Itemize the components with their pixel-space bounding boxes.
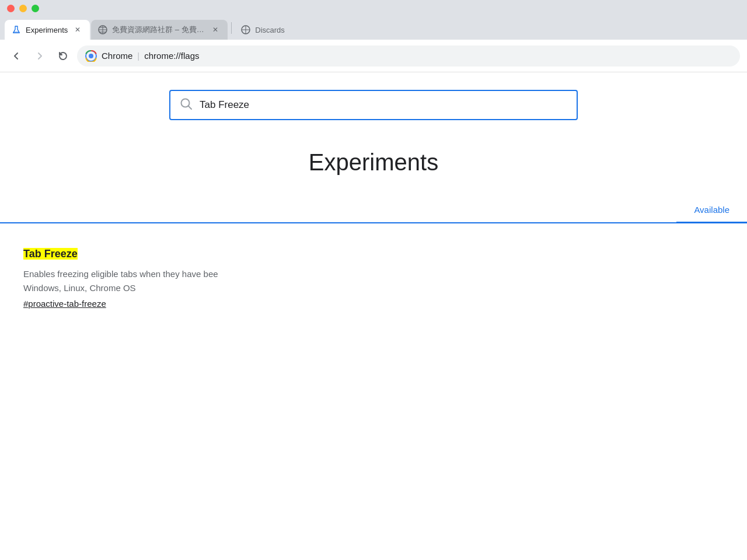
page-content: Experiments Available Tab Freeze Enables… — [0, 72, 747, 560]
tab-discards[interactable]: Discards — [235, 20, 291, 40]
search-box — [169, 90, 578, 120]
tab-chinese-label: 免費資源網路社群 – 免費資源指 — [112, 24, 205, 35]
tab-separator — [231, 22, 232, 34]
flag-description-text: Enables freezing eligible tabs when they… — [23, 269, 218, 279]
forward-button[interactable] — [30, 47, 49, 65]
omnibox-divider: | — [137, 51, 139, 61]
tab-chinese-close[interactable]: ✕ — [210, 24, 221, 35]
search-icon — [180, 97, 193, 113]
flag-description: Enables freezing eligible tabs when they… — [23, 267, 724, 281]
svg-point-3 — [89, 54, 93, 58]
tab-experiments-close[interactable]: ✕ — [72, 24, 83, 35]
page-title: Experiments — [0, 149, 747, 176]
search-section — [0, 72, 747, 120]
tab-available[interactable]: Available — [676, 205, 747, 223]
flag-item: Tab Freeze Enables freezing eligible tab… — [23, 247, 724, 309]
flag-title: Tab Freeze — [23, 248, 78, 260]
omnibox[interactable]: Chrome | chrome://flags — [77, 46, 740, 66]
tabs-section: Available — [0, 205, 747, 223]
window-close-button[interactable] — [7, 5, 15, 12]
window-minimize-button[interactable] — [19, 5, 27, 12]
content-section: Tab Freeze Enables freezing eligible tab… — [0, 223, 747, 309]
window-maximize-button[interactable] — [32, 5, 39, 12]
flag-link[interactable]: #proactive-tab-freeze — [23, 299, 106, 309]
site-name: Chrome — [102, 51, 132, 61]
reload-button[interactable] — [54, 47, 72, 65]
omnibox-url: chrome://flags — [144, 51, 199, 61]
chrome-logo-icon — [85, 50, 97, 62]
address-bar: Chrome | chrome://flags — [0, 40, 747, 72]
back-button[interactable] — [7, 47, 26, 65]
tab-discards-favicon — [241, 25, 250, 34]
tab-experiments[interactable]: Experiments ✕ — [5, 20, 90, 40]
tab-chinese-favicon — [98, 25, 107, 34]
search-input[interactable] — [200, 99, 567, 111]
flag-platforms: Windows, Linux, Chrome OS — [23, 281, 724, 295]
tab-experiments-label: Experiments — [26, 26, 68, 34]
flask-icon — [12, 25, 21, 34]
tab-bar: Experiments ✕ 免費資源網路社群 – 免費資源指 ✕ Discard… — [0, 16, 747, 40]
tab-discards-label: Discards — [255, 26, 285, 34]
tab-chinese-resource[interactable]: 免費資源網路社群 – 免費資源指 ✕ — [91, 20, 228, 40]
title-bar — [0, 0, 747, 16]
